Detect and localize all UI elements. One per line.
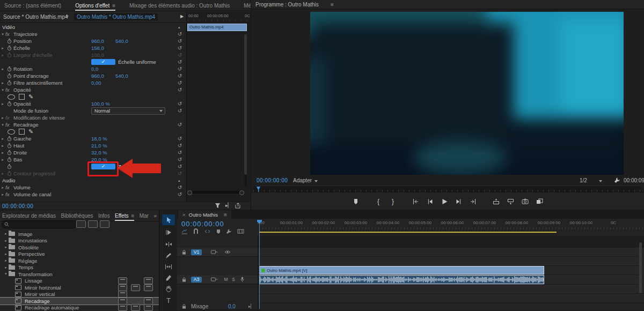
reset-icon[interactable]: ↺: [176, 136, 184, 142]
rotation-value[interactable]: 0,0: [91, 66, 115, 72]
pen-tool[interactable]: [162, 272, 175, 283]
reset-icon[interactable]: ↺: [176, 60, 184, 65]
twirl-closed-icon[interactable]: ▸: [0, 172, 5, 176]
effect-item-row[interactable]: Miroir vertical: [0, 291, 159, 298]
reset-icon[interactable]: ↺: [176, 73, 184, 79]
section-audio[interactable]: Audio▴: [0, 177, 186, 184]
mix-track-value[interactable]: 0,0: [228, 303, 236, 309]
go-to-out-icon[interactable]: [469, 197, 478, 206]
reset-icon[interactable]: ↺: [176, 108, 184, 114]
mark-out-icon[interactable]: }: [388, 197, 398, 206]
snap-magnet-icon[interactable]: [193, 228, 199, 235]
stopwatch-icon[interactable]: [5, 66, 13, 72]
program-current-timecode[interactable]: 00:00:00:00: [257, 177, 288, 183]
add-marker-icon[interactable]: [216, 229, 221, 235]
twirl-icon[interactable]: ▸: [3, 265, 9, 270]
effect-controls-timecode[interactable]: 00:00:00:00: [2, 203, 33, 209]
insert-as-nest-icon[interactable]: [181, 229, 188, 235]
effect-opacity[interactable]: ▾fxOpacité↺: [0, 86, 186, 93]
effect-item-row[interactable]: Recadrage automatique: [0, 305, 159, 311]
effect-crop[interactable]: ▾fxRecadrage↺: [0, 121, 186, 128]
solo-button[interactable]: S: [230, 277, 237, 282]
twirl-open-icon[interactable]: ▾: [0, 123, 5, 127]
twirl-closed-icon[interactable]: ▸: [0, 53, 5, 57]
twirl-closed-icon[interactable]: ▸: [0, 144, 5, 148]
effects-folder-row[interactable]: ▸ Réglage: [0, 257, 159, 264]
crop-right-value[interactable]: 32,0 %: [91, 150, 115, 156]
mini-timeline-horizontal-scrollbar[interactable]: [188, 191, 244, 194]
twirl-closed-icon[interactable]: ▸: [0, 81, 5, 85]
twirl-closed-icon[interactable]: ▸: [0, 137, 5, 141]
play-in-to-out-icon[interactable]: ▸▏: [225, 203, 231, 208]
effect-motion[interactable]: ▾fxTrajectoire↺: [0, 31, 186, 38]
reset-icon[interactable]: ↺: [176, 185, 184, 190]
mini-timeline-clip[interactable]: Outro Mathis.mp4: [187, 24, 247, 31]
reset-icon[interactable]: ↺: [176, 66, 184, 72]
twirl-icon[interactable]: ▸: [3, 245, 9, 249]
track-visibility-eye-icon[interactable]: [222, 250, 233, 254]
stopwatch-icon[interactable]: [5, 73, 13, 79]
reset-icon[interactable]: ↺: [176, 39, 184, 44]
close-icon[interactable]: ×: [182, 212, 186, 218]
effects-folder-row[interactable]: ▸ Incrustations: [0, 238, 159, 245]
tab-libraries[interactable]: Bibliothèques: [61, 213, 93, 219]
sequence-tab[interactable]: × Outro Mathis ≡: [178, 210, 231, 219]
effect-item-row[interactable]: Miroir horizontal: [0, 284, 159, 291]
play-icon[interactable]: [440, 197, 449, 206]
accelerated-effects-badge-icon[interactable]: [76, 220, 86, 228]
twirl-closed-icon[interactable]: ▸: [0, 46, 5, 50]
collapse-caret-icon[interactable]: ▴: [178, 179, 180, 183]
collapse-caret-icon[interactable]: ▴: [178, 25, 180, 29]
effects-search-input[interactable]: [2, 220, 77, 228]
play-around-icon[interactable]: ▶: [180, 14, 184, 19]
extract-icon[interactable]: [506, 197, 515, 206]
comparison-view-icon[interactable]: [535, 197, 544, 206]
twirl-closed-icon[interactable]: ▸: [0, 186, 5, 190]
panel-menu-icon[interactable]: ≡: [131, 213, 134, 219]
reset-icon[interactable]: ↺: [176, 157, 184, 162]
effects-folder-row[interactable]: ▸ Perspective: [0, 251, 159, 258]
32bit-effects-badge-icon[interactable]: [88, 220, 98, 228]
track-lock-icon[interactable]: [177, 277, 191, 282]
effect-item-row[interactable]: Lissage: [0, 278, 159, 285]
reset-icon[interactable]: ↺: [176, 122, 184, 128]
twirl-closed-icon[interactable]: ▸: [0, 102, 5, 106]
video-clip[interactable]: Outro Mathis.mp4 [V]: [259, 266, 544, 275]
tab-effect-controls[interactable]: Options d'effet≡: [75, 3, 115, 9]
effect-channel-volume[interactable]: ▸fxVolume de canal↺: [0, 191, 186, 198]
twirl-open-icon[interactable]: ▾: [0, 88, 5, 92]
stopwatch-icon[interactable]: [5, 80, 13, 86]
twirl-icon[interactable]: ▸: [3, 239, 9, 243]
twirl-icon[interactable]: ▸: [3, 258, 9, 263]
type-tool[interactable]: T: [162, 295, 175, 306]
work-area-bar[interactable]: [259, 232, 557, 233]
track-height-icon[interactable]: [237, 229, 244, 235]
blend-mode-dropdown[interactable]: Normal: [91, 107, 165, 115]
reset-icon[interactable]: ↺: [176, 150, 184, 156]
filter-properties-icon[interactable]: [215, 203, 221, 210]
stopwatch-icon[interactable]: [5, 46, 13, 51]
lift-icon[interactable]: [491, 197, 501, 206]
anti-flicker-value[interactable]: 0,00: [91, 80, 115, 86]
reset-icon[interactable]: ↺: [176, 192, 184, 197]
twirl-closed-icon[interactable]: ▸: [0, 192, 5, 197]
track-lock-icon[interactable]: [177, 304, 191, 309]
mini-timeline-ruler[interactable]: 00:00 00:00:05:00 0C: [187, 12, 251, 21]
stopwatch-icon[interactable]: [5, 101, 13, 107]
step-forward-icon[interactable]: [454, 197, 464, 206]
source-patch-icon[interactable]: [206, 250, 222, 254]
crop-top-value[interactable]: 21,0 %: [91, 143, 115, 149]
effects-folder-row[interactable]: ▸ Temps: [0, 264, 159, 271]
reset-icon[interactable]: ↺: [176, 46, 184, 51]
clip-breadcrumb[interactable]: Outro Mathis * Outro Mathis.mp4: [74, 13, 158, 20]
tab-markers[interactable]: Mar: [140, 213, 149, 219]
panel-menu-icon[interactable]: ≡: [331, 2, 334, 8]
tab-metadata[interactable]: Métadonnées: [244, 3, 251, 9]
uniform-scale-checkbox[interactable]: ✓: [91, 59, 115, 65]
rectangle-mask-icon[interactable]: [19, 94, 25, 100]
playback-resolution-dropdown[interactable]: 1/2: [580, 177, 587, 183]
twirl-icon[interactable]: ▸: [4, 271, 8, 277]
effects-folder-row[interactable]: ▸ Image: [0, 231, 159, 238]
twirl-closed-icon[interactable]: ▸: [0, 67, 5, 71]
effects-folder-row[interactable]: ▸ Transformation: [0, 271, 159, 278]
